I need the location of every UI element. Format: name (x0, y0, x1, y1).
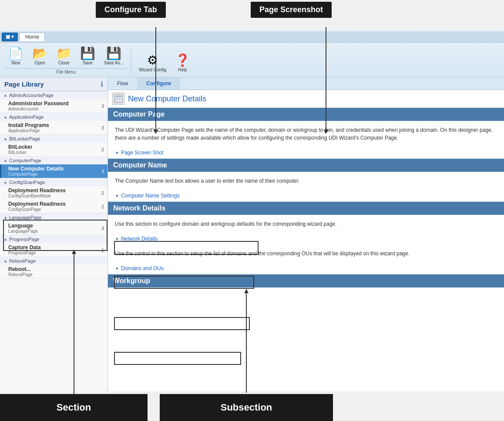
chevron-down-icon: ▼ (115, 266, 119, 271)
sidebar-item-new-computer-details[interactable]: New Computer Details ComputerPage 3 (0, 164, 108, 178)
subsection-link-page-screenshot[interactable]: ▼ Page Screen Shot (108, 147, 504, 158)
content-scroll[interactable]: Computer Page The UDI Wizard's Computer … (108, 108, 504, 391)
sidebar-group-progress: ▲ ProgressPage Capture Data ProgressPage… (0, 235, 108, 257)
content-pane: Flow Configure New Computer Details (108, 77, 504, 391)
sidebar-group-header-reboot[interactable]: ▲ RebootPage (0, 257, 108, 265)
item-sub: ComputerPage (8, 172, 98, 177)
sidebar-item-bitlocker[interactable]: BitLocker BitLocker 2 (0, 143, 108, 156)
item-sub: ApplicationPage (8, 128, 98, 133)
ribbon-buttons: 📄 New 📂 Open 📁 Close 💾 Save (4, 45, 128, 67)
item-sub: ConfigScanPage (8, 207, 98, 212)
arrow-icon: ▲ (3, 137, 7, 141)
sidebar-group-header-admin[interactable]: ▲ AdminAccountsPage (0, 91, 108, 99)
sidebar-item-install-programs[interactable]: Install Programs ApplicationPage 3 (0, 121, 108, 134)
group-label-configscan: ConfigScanPage (9, 180, 45, 185)
sidebar-group-language: ▲ LanguagePage Language LanguagePage 3 (0, 214, 108, 235)
tab-flow[interactable]: Flow (108, 77, 137, 90)
app-button[interactable]: ▣ ▾ (2, 33, 18, 41)
sidebar-item-text: Install Programs ApplicationPage (8, 122, 98, 133)
close-button[interactable]: 📁 Close (52, 45, 75, 67)
save-button[interactable]: 💾 Save (76, 45, 99, 67)
sidebar-group-header-progress[interactable]: ▲ ProgressPage (0, 235, 108, 243)
group-label-language: LanguagePage (9, 215, 42, 220)
section-header-network-details[interactable]: Network Details (108, 202, 504, 215)
group-label-admin: AdminAccountsPage (9, 93, 54, 98)
group-label-bitlocker: BitLockerPage (9, 136, 40, 141)
item-sub: RebootPage (8, 272, 98, 277)
ribbon-group-file: 📄 New 📂 Open 📁 Close 💾 Save (4, 45, 128, 74)
sidebar-item-language[interactable]: Language LanguagePage 3 (0, 221, 108, 235)
wizard-config-button[interactable]: ⚙ Wizard Config (135, 52, 170, 74)
sidebar-item-reboot[interactable]: Reboot... RebootPage (0, 265, 108, 278)
help-button[interactable]: ❓ Help (171, 52, 194, 74)
page-detail-icon (112, 93, 124, 105)
item-sub: LanguagePage (8, 229, 98, 234)
item-badge: 3 (98, 125, 104, 130)
subsection-link-computer-name[interactable]: ▼ Computer Name Settings (108, 190, 504, 201)
main-area: Page Library ℹ ▲ AdminAccountsPage Admin… (0, 77, 504, 391)
item-badge: 2 (98, 147, 104, 152)
sidebar-group-header-computer[interactable]: ▲ ComputerPage (0, 157, 108, 164)
info-icon[interactable]: ℹ (101, 80, 103, 88)
bottom-labels: Section Subsection (0, 391, 504, 421)
subsection-link-domains-ous[interactable]: ▼ Domains and OUs (108, 263, 504, 274)
content-tabs: Flow Configure (108, 77, 504, 90)
ribbon: ▣ ▾ Home 📄 New 📂 Open 📁 Close (0, 30, 504, 77)
section-extra-body-network-details: Use the control in this section to setup… (108, 244, 504, 263)
item-badge: 3 (98, 169, 104, 174)
section-body-computer-name: The Computer Name text box allows a user… (108, 172, 504, 190)
item-badge: 1 (98, 247, 104, 253)
arrow-icon: ▲ (3, 180, 7, 184)
chevron-down-icon: ▼ (115, 237, 119, 241)
item-badge: 2 (98, 190, 104, 196)
ribbon-content: 📄 New 📂 Open 📁 Close 💾 Save (0, 43, 504, 76)
section-header-workgroup[interactable]: Workgroup (108, 274, 504, 287)
arrow-icon: ▲ (3, 115, 7, 119)
section-header-computer-name[interactable]: Computer Name (108, 159, 504, 172)
item-sub: ProgressPage (8, 251, 98, 255)
sidebar-item-text: Language LanguagePage (8, 223, 98, 234)
item-sub: ConfigScanBareMetal (8, 194, 98, 198)
save-icon: 💾 (80, 47, 95, 60)
page-icon-svg (114, 94, 123, 104)
sidebar-item-deployment-configscan[interactable]: Deployment Readiness ConfigScanPage 2 (0, 200, 108, 213)
subsection-link-network-details[interactable]: ▼ Network Details (108, 233, 504, 244)
arrow-icon: ▲ (3, 259, 7, 263)
section-header-computer-page[interactable]: Computer Page (108, 108, 504, 121)
wizard-config-icon: ⚙ (147, 54, 158, 67)
sidebar-group-header-application[interactable]: ▲ ApplicationPage (0, 113, 108, 121)
subsection-annotation: Subsection (160, 394, 333, 421)
arrow-icon: ▲ (3, 158, 7, 163)
sidebar-item-deployment-baremetal[interactable]: Deployment Readiness ConfigScanBareMetal… (0, 186, 108, 200)
close-label: Close (58, 60, 70, 65)
sidebar-item-capture-data[interactable]: Capture Data ProgressPage 1 (0, 243, 108, 257)
open-icon: 📂 (32, 47, 47, 60)
open-button[interactable]: 📂 Open (28, 45, 51, 67)
new-label: New (11, 60, 20, 65)
sidebar-item-text: New Computer Details ComputerPage (8, 166, 98, 177)
sidebar-item-admin-password[interactable]: Administrator Password AdminAccounts 3 (0, 99, 108, 113)
new-button[interactable]: 📄 New (4, 45, 27, 67)
sidebar-title: Page Library (4, 80, 44, 88)
item-name: Reboot... (8, 266, 98, 272)
svg-rect-16 (115, 99, 120, 100)
sidebar-item-text: Reboot... RebootPage (8, 266, 98, 277)
item-sub: AdminAccounts (8, 107, 98, 111)
item-name: Administrator Password (8, 100, 98, 107)
sidebar-scroll[interactable]: ▲ AdminAccountsPage Administrator Passwo… (0, 91, 108, 391)
save-as-button[interactable]: 💾 Save As... (100, 45, 128, 67)
save-as-icon: 💾 (106, 47, 121, 60)
sidebar-group-header-configscan[interactable]: ▲ ConfigScanPage (0, 178, 108, 186)
close-icon: 📁 (56, 47, 71, 60)
chevron-down-icon: ▼ (115, 150, 119, 155)
sidebar-header: Page Library ℹ (0, 77, 108, 91)
group-label-computer: ComputerPage (9, 158, 41, 163)
sidebar-group-header-bitlocker[interactable]: ▲ BitLockerPage (0, 135, 108, 143)
sidebar: Page Library ℹ ▲ AdminAccountsPage Admin… (0, 77, 108, 391)
sidebar-group-header-language[interactable]: ▲ LanguagePage (0, 214, 108, 221)
ribbon-tabs: ▣ ▾ Home (0, 31, 504, 43)
ribbon-tab-home[interactable]: Home (20, 33, 45, 41)
subsection-label-network-details: Network Details (121, 236, 158, 242)
item-name: Language (8, 223, 98, 229)
tab-configure[interactable]: Configure (137, 77, 180, 90)
